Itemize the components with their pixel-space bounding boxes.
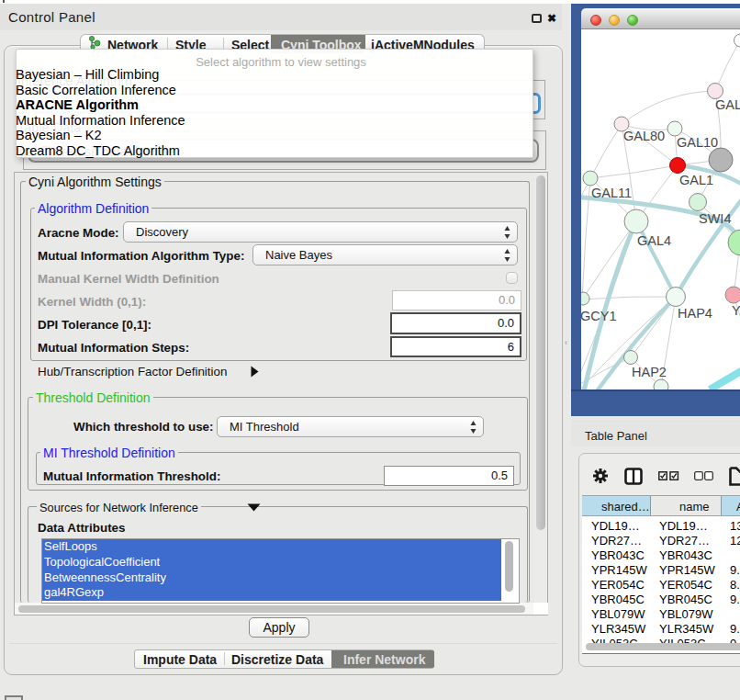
svg-text:HAP4: HAP4 (678, 306, 712, 321)
svg-text:HAP2: HAP2 (632, 365, 667, 379)
svg-text:GAL11: GAL11 (591, 186, 632, 200)
svg-text:Y: Y (732, 303, 740, 318)
svg-text:SWI4: SWI4 (699, 211, 731, 226)
svg-text:GAL4: GAL4 (637, 233, 671, 248)
svg-text:GAL10: GAL10 (677, 135, 718, 150)
svg-text:GCY1: GCY1 (581, 309, 617, 323)
svg-text:GAL80: GAL80 (623, 129, 665, 143)
svg-text:GAL1: GAL1 (679, 173, 713, 187)
svg-text:GAL: GAL (715, 97, 740, 112)
